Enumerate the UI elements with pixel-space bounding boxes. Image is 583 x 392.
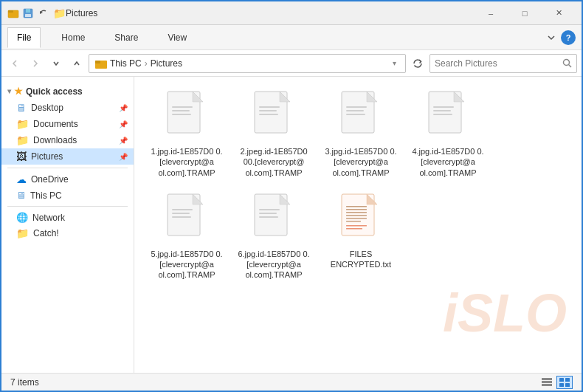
- svg-rect-37: [259, 209, 280, 210]
- save-icon[interactable]: [22, 7, 34, 19]
- svg-rect-45: [346, 215, 367, 216]
- search-input[interactable]: [435, 58, 559, 69]
- path-this-pc: This PC: [110, 58, 142, 69]
- tab-share[interactable]: Share: [106, 28, 147, 47]
- sidebar-item-thispc[interactable]: 🖥 This PC: [1, 188, 134, 203]
- file-name-4: 5.jpg.id-1E857D0 0.[clevercrypt@a ol.com…: [149, 249, 224, 281]
- titlebar-icons: [7, 7, 49, 19]
- sidebar-item-onedrive[interactable]: ☁ OneDrive: [1, 171, 134, 188]
- file-grid: 1.jpg.id-1E857D0 0.[clevercrypt@a ol.com…: [134, 77, 582, 294]
- svg-rect-48: [346, 225, 367, 227]
- svg-rect-18: [259, 110, 277, 111]
- svg-rect-19: [259, 114, 278, 115]
- svg-rect-12: [172, 106, 193, 108]
- sidebar-item-documents[interactable]: 📁 Documents 📌: [1, 116, 134, 132]
- svg-line-9: [569, 65, 572, 68]
- file-icon-2: [339, 90, 383, 143]
- file-item-0[interactable]: 1.jpg.id-1E857D0 0.[clevercrypt@a ol.com…: [146, 86, 227, 182]
- sidebar-catch-label: Catch!: [33, 228, 59, 238]
- tab-home[interactable]: Home: [52, 28, 94, 47]
- file-name-3: 4.jpg.id-1E857D0 0.[clevercrypt@a ol.com…: [410, 146, 486, 178]
- svg-rect-39: [259, 216, 278, 218]
- svg-rect-28: [433, 110, 451, 111]
- svg-rect-42: [346, 206, 367, 207]
- file-item-2[interactable]: 3.jpg.id-1E857D0 0.[clevercrypt@a ol.com…: [320, 86, 401, 182]
- tab-file[interactable]: File: [7, 27, 41, 48]
- path-pictures: Pictures: [151, 58, 182, 69]
- svg-rect-24: [346, 114, 365, 115]
- file-name-0: 1.jpg.id-1E857D0 0.[clevercrypt@a ol.com…: [149, 146, 224, 178]
- svg-rect-50: [542, 378, 552, 380]
- catch-folder-icon: 📁: [16, 227, 29, 239]
- sidebar-thispc-label: This PC: [30, 190, 62, 201]
- undo-icon[interactable]: [37, 7, 49, 19]
- file-name-5: 6.jpg.id-1E857D0 0.[clevercrypt@a ol.com…: [236, 249, 311, 281]
- svg-rect-17: [259, 106, 280, 108]
- addressbar: This PC › Pictures ▾: [1, 50, 582, 77]
- file-item-3[interactable]: 4.jpg.id-1E857D0 0.[clevercrypt@a ol.com…: [407, 86, 489, 182]
- pin-icon-desktop: 📌: [119, 104, 128, 112]
- svg-rect-53: [559, 378, 564, 382]
- sidebar-item-downloads[interactable]: 📁 Downloads 📌: [1, 132, 134, 148]
- large-icon-view-button[interactable]: [556, 376, 573, 389]
- pin-icon-downloads: 📌: [119, 137, 128, 145]
- svg-rect-38: [259, 213, 277, 214]
- sidebar-item-pictures[interactable]: 🖼 Pictures 📌: [1, 148, 134, 165]
- search-icon[interactable]: [562, 58, 572, 68]
- file-item-4[interactable]: 5.jpg.id-1E857D0 0.[clevercrypt@a ol.com…: [146, 188, 227, 285]
- window-title: Pictures: [66, 8, 474, 18]
- svg-rect-54: [565, 378, 570, 382]
- network-icon: 🌐: [16, 212, 28, 223]
- ribbon-expand: ?: [546, 30, 576, 45]
- refresh-button[interactable]: [409, 55, 427, 72]
- sidebar-network-label: Network: [32, 213, 65, 223]
- window-controls: – □ ✕: [474, 1, 576, 25]
- svg-rect-1: [8, 10, 13, 13]
- sidebar-desktop-label: Desktop: [31, 103, 63, 113]
- svg-rect-51: [542, 381, 552, 383]
- recent-locations-button[interactable]: [47, 55, 65, 72]
- main-area: ▾ ★ Quick access 🖥 Desktop 📌 📁 Documents…: [1, 77, 582, 373]
- svg-rect-29: [433, 114, 452, 115]
- folder-icon: [95, 58, 107, 69]
- minimize-button[interactable]: –: [474, 1, 508, 25]
- file-item-5[interactable]: 6.jpg.id-1E857D0 0.[clevercrypt@a ol.com…: [233, 188, 314, 285]
- list-view-button[interactable]: [539, 376, 555, 389]
- chevron-down-icon[interactable]: [546, 32, 556, 43]
- up-button[interactable]: [68, 55, 86, 72]
- svg-rect-13: [172, 110, 190, 111]
- file-item-1[interactable]: 2.jpeg.id-1E857D0 00.[clevercrypt@ ol.co…: [233, 86, 314, 182]
- svg-rect-4: [25, 14, 31, 17]
- close-button[interactable]: ✕: [542, 1, 576, 25]
- file-icon-6: [339, 193, 383, 246]
- file-icon-5: [252, 193, 296, 246]
- path-dropdown-icon[interactable]: ▾: [393, 59, 399, 67]
- file-item-6[interactable]: FILES ENCRYPTED.txt: [320, 188, 401, 285]
- svg-rect-3: [26, 9, 30, 13]
- svg-rect-44: [346, 212, 367, 213]
- titlebar: 📁 Pictures – □ ✕: [1, 1, 582, 25]
- quick-access-star-icon: ★: [14, 86, 23, 97]
- tab-view[interactable]: View: [159, 28, 196, 47]
- file-icon-3: [426, 90, 470, 143]
- search-box[interactable]: [430, 54, 577, 73]
- svg-rect-55: [559, 383, 564, 387]
- sidebar-item-network[interactable]: 🌐 Network: [1, 210, 134, 225]
- svg-rect-52: [542, 384, 552, 386]
- svg-rect-22: [346, 106, 367, 108]
- help-button[interactable]: ?: [561, 30, 576, 45]
- file-icon-0: [165, 90, 209, 143]
- back-button: [6, 55, 24, 72]
- sidebar-item-catch[interactable]: 📁 Catch!: [1, 225, 134, 241]
- restore-button[interactable]: □: [508, 1, 542, 25]
- sidebar-item-desktop[interactable]: 🖥 Desktop 📌: [1, 100, 134, 116]
- file-name-1: 2.jpeg.id-1E857D0 00.[clevercrypt@ ol.co…: [236, 146, 311, 178]
- address-path[interactable]: This PC › Pictures ▾: [89, 54, 406, 73]
- pin-icon-pictures: 📌: [119, 153, 128, 161]
- svg-point-8: [564, 60, 570, 66]
- view-buttons: [539, 376, 573, 389]
- quick-access-section[interactable]: ▾ ★ Quick access: [1, 83, 134, 100]
- sidebar-onedrive-label: OneDrive: [31, 174, 69, 185]
- ribbon: File Home Share View ?: [1, 25, 582, 50]
- sidebar: ▾ ★ Quick access 🖥 Desktop 📌 📁 Documents…: [1, 77, 134, 373]
